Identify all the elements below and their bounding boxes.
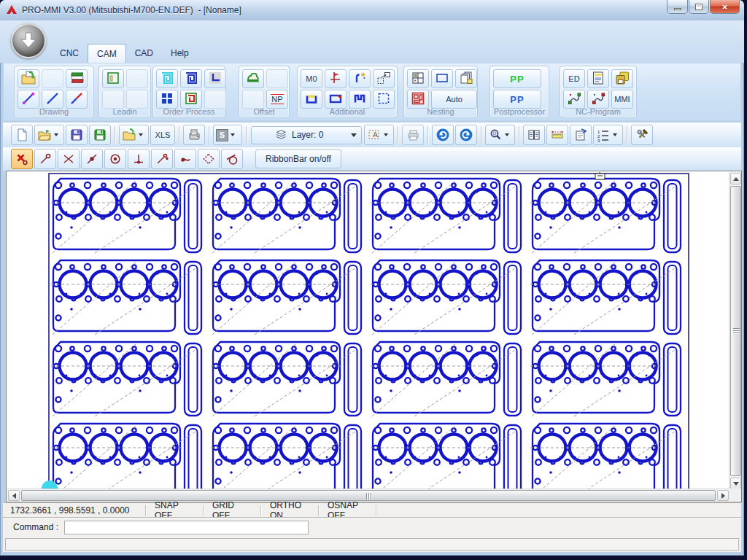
snap-endpoint-button[interactable] bbox=[34, 149, 56, 169]
app-menu-button[interactable] bbox=[11, 23, 46, 58]
status-toggle-snap[interactable]: SNAP OFF bbox=[146, 503, 203, 517]
settings-tools-button[interactable] bbox=[631, 125, 653, 145]
save-as-button[interactable] bbox=[89, 125, 111, 145]
ribbon-button-layers-book[interactable] bbox=[66, 69, 88, 88]
open-button[interactable] bbox=[34, 125, 64, 145]
ribbon-button-window-grid[interactable] bbox=[407, 69, 429, 88]
status-toggle-ortho[interactable]: ORTHO ON bbox=[261, 503, 318, 517]
ribbon-button-nc-doc[interactable] bbox=[587, 69, 609, 88]
drawing-canvas[interactable] bbox=[7, 172, 729, 490]
undo-button[interactable] bbox=[432, 125, 454, 145]
status-toggle-grid[interactable]: GRID OFF bbox=[204, 503, 260, 517]
ribbon-button-flag-red[interactable] bbox=[325, 69, 347, 88]
snap-perpendicular-button[interactable] bbox=[128, 149, 150, 169]
ribbon-button-path-green[interactable] bbox=[563, 90, 585, 109]
ribbon-button-pp[interactable]: PP bbox=[493, 69, 541, 88]
ribbon-button-bracket-m[interactable] bbox=[349, 90, 371, 109]
snap-endpoint-icon bbox=[38, 152, 53, 166]
ribbon-button-line-magenta[interactable] bbox=[18, 90, 39, 109]
command-input[interactable] bbox=[64, 521, 309, 534]
ribbon-button-dashed-square[interactable] bbox=[373, 90, 395, 109]
scroll-up-button[interactable] bbox=[730, 173, 741, 184]
ribbon-button-square-redgreen[interactable] bbox=[180, 90, 202, 109]
ribbonbar-toggle-button[interactable]: RibbonBar on/off bbox=[255, 149, 341, 168]
ribbon-button-sheets[interactable] bbox=[455, 69, 477, 88]
horizontal-scrollbar[interactable] bbox=[7, 489, 729, 501]
fax-print-button[interactable] bbox=[183, 125, 205, 145]
ribbon-button-contour-green[interactable] bbox=[242, 69, 264, 88]
scrollbar-corner bbox=[729, 489, 741, 501]
ribbon-button-pp[interactable]: PP bbox=[493, 90, 541, 109]
properties-icon bbox=[573, 128, 588, 142]
list-button[interactable]: 123 bbox=[593, 125, 623, 145]
tab-cad[interactable]: CAD bbox=[126, 44, 162, 63]
ribbon-button-spiral-blue[interactable] bbox=[180, 69, 202, 88]
measure-button[interactable] bbox=[546, 125, 568, 145]
ribbon-button-r-plus[interactable] bbox=[349, 69, 371, 88]
ribbon-group-label: Leadin bbox=[99, 107, 150, 116]
zoom-icon bbox=[488, 128, 503, 142]
redo-button[interactable] bbox=[455, 125, 477, 145]
hscroll-thumb[interactable] bbox=[21, 490, 716, 501]
toolbar-separator bbox=[209, 126, 209, 144]
import-drawing-button[interactable] bbox=[119, 125, 149, 145]
maximize-button[interactable] bbox=[689, 0, 709, 14]
selection-mode-button[interactable] bbox=[364, 125, 394, 145]
tab-help[interactable]: Help bbox=[162, 44, 198, 63]
snap-intersection-button[interactable] bbox=[58, 149, 80, 169]
ribbon-button-spiral-cyan[interactable] bbox=[156, 69, 178, 88]
arrow-down-icon bbox=[733, 482, 739, 486]
snap-none-button[interactable] bbox=[11, 149, 33, 169]
snap-node-button[interactable] bbox=[174, 149, 196, 169]
ribbon-button-line-redblue[interactable] bbox=[66, 90, 88, 109]
ribbon-button-auto[interactable]: Auto bbox=[431, 90, 477, 109]
tab-cnc[interactable]: CNC bbox=[51, 44, 88, 63]
snap-midpoint-button[interactable] bbox=[81, 149, 103, 169]
vertical-scrollbar[interactable] bbox=[729, 172, 741, 490]
ribbon-button-ed[interactable]: ED bbox=[563, 69, 585, 88]
ribbon-button-rect-red[interactable] bbox=[325, 90, 347, 109]
ribbon-button-u-shape[interactable] bbox=[301, 90, 322, 109]
ribbon-button-line-blue[interactable] bbox=[42, 90, 63, 109]
ribbon-button-four-squares[interactable] bbox=[156, 90, 178, 109]
ribbon-button-rect-outline[interactable] bbox=[431, 69, 453, 88]
layer-combo[interactable]: Layer: 0 bbox=[251, 126, 362, 144]
zoom-button[interactable] bbox=[485, 125, 515, 145]
scroll-left-button[interactable] bbox=[8, 490, 20, 501]
command-label: Command : bbox=[13, 522, 58, 532]
snap-tangent-button[interactable] bbox=[221, 149, 243, 169]
ribbon-button-save-all[interactable] bbox=[611, 69, 633, 88]
flag-red-icon bbox=[328, 70, 344, 88]
save-button[interactable] bbox=[66, 125, 88, 145]
ribbon-button-nested-red[interactable] bbox=[407, 90, 429, 109]
chevron-down-icon bbox=[613, 133, 617, 136]
scroll-right-button[interactable] bbox=[717, 490, 729, 501]
window-grid-icon bbox=[410, 70, 426, 88]
tab-cam[interactable]: CAM bbox=[88, 44, 126, 63]
vscroll-thumb[interactable] bbox=[730, 186, 741, 476]
ribbon-button-np[interactable]: NP bbox=[266, 90, 288, 109]
close-button[interactable]: × bbox=[710, 0, 740, 14]
status-toggle-osnap[interactable]: OSNAP OFF bbox=[319, 503, 376, 517]
scroll-down-button[interactable] bbox=[730, 478, 741, 489]
ribbon-button-m0[interactable]: M0 bbox=[301, 69, 322, 88]
ribbon-button-corner-l[interactable] bbox=[204, 69, 226, 88]
report-button[interactable] bbox=[523, 125, 545, 145]
snap-tangent-point-button[interactable] bbox=[151, 149, 173, 169]
print-button[interactable] bbox=[402, 125, 424, 145]
chevron-down-icon bbox=[351, 133, 357, 137]
ribbon-button-move-dashed[interactable] bbox=[373, 69, 395, 88]
ribbon-button-leadin-square[interactable] bbox=[102, 69, 124, 88]
ribbon-group-additional: M0Additional bbox=[297, 66, 398, 118]
ribbon-button-mmi[interactable]: MMI bbox=[611, 90, 633, 109]
ribbon-button-path-red[interactable] bbox=[587, 90, 609, 109]
snap-quadrant-button[interactable] bbox=[198, 149, 220, 169]
s-mode-button[interactable]: S bbox=[213, 125, 242, 145]
ribbon-button-drawing-open[interactable] bbox=[18, 69, 39, 88]
minimize-button[interactable] bbox=[667, 0, 688, 14]
xls-export-button[interactable]: XLS bbox=[150, 125, 175, 145]
new-file-button[interactable] bbox=[11, 125, 33, 145]
properties-button[interactable] bbox=[570, 125, 592, 145]
snap-center-button[interactable] bbox=[104, 149, 126, 169]
command-row: Command : bbox=[3, 517, 741, 537]
